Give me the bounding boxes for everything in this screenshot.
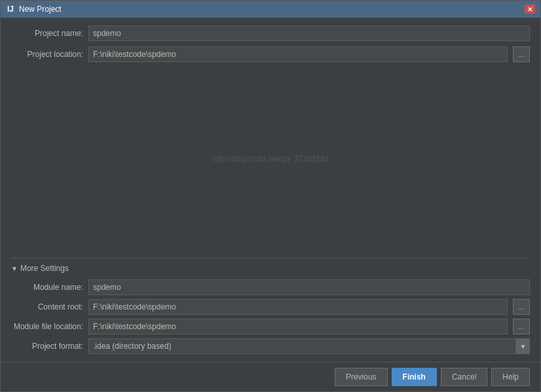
close-button[interactable]: ✕: [525, 5, 535, 14]
svg-text:IJ: IJ: [7, 5, 14, 14]
more-settings-toggle[interactable]: ▼ More Settings: [11, 264, 530, 273]
more-settings-label: More Settings: [20, 264, 69, 273]
project-format-label: Project format:: [11, 342, 83, 351]
watermark-area: http://blog.csdn.net/qq_37385181: [11, 67, 530, 250]
module-name-row: Module name:: [11, 279, 530, 295]
module-file-location-label: Module file location:: [11, 322, 83, 331]
project-name-label: Project name:: [11, 29, 83, 38]
more-settings-form: Module name: Content root: ... Module fi…: [11, 279, 530, 354]
new-project-dialog: IJ New Project ✕ Project name: Project l…: [0, 0, 541, 392]
finish-button[interactable]: Finish: [392, 368, 437, 386]
project-location-label: Project location:: [11, 50, 83, 59]
project-location-browse-button[interactable]: ...: [513, 46, 530, 62]
project-format-dropdown-wrapper: .idea (directory based) .ipr (file based…: [88, 338, 530, 354]
project-format-select[interactable]: .idea (directory based) .ipr (file based…: [88, 338, 530, 354]
module-file-location-row: Module file location: ...: [11, 319, 530, 334]
content-root-input[interactable]: [88, 299, 508, 315]
help-button[interactable]: Help: [491, 368, 530, 386]
module-name-label: Module name:: [11, 283, 83, 292]
content-root-browse-button[interactable]: ...: [513, 299, 530, 315]
module-name-input[interactable]: [88, 279, 530, 295]
cancel-button[interactable]: Cancel: [441, 368, 487, 386]
dialog-footer: Previous Finish Cancel Help: [1, 362, 540, 391]
toggle-arrow-icon: ▼: [11, 265, 18, 272]
project-format-row: Project format: .idea (directory based) …: [11, 338, 530, 354]
project-name-row: Project name:: [11, 26, 530, 41]
title-bar: IJ New Project ✕: [1, 1, 540, 18]
content-root-label: Content root:: [11, 302, 83, 312]
project-location-row: Project location: ...: [11, 46, 530, 62]
dialog-title: New Project: [19, 5, 62, 14]
content-root-row: Content root: ...: [11, 299, 530, 315]
previous-button[interactable]: Previous: [335, 368, 388, 386]
app-icon: IJ: [6, 5, 15, 14]
module-file-location-browse-button[interactable]: ...: [513, 319, 530, 334]
title-bar-left: IJ New Project: [6, 5, 62, 14]
more-settings-section: ▼ More Settings Module name: Content roo…: [11, 258, 530, 354]
module-file-location-input[interactable]: [88, 319, 508, 334]
watermark-text: http://blog.csdn.net/qq_37385181: [212, 154, 329, 164]
project-name-input[interactable]: [88, 26, 530, 41]
project-location-input[interactable]: [88, 46, 508, 62]
dialog-content: Project name: Project location: ... http…: [1, 18, 540, 362]
